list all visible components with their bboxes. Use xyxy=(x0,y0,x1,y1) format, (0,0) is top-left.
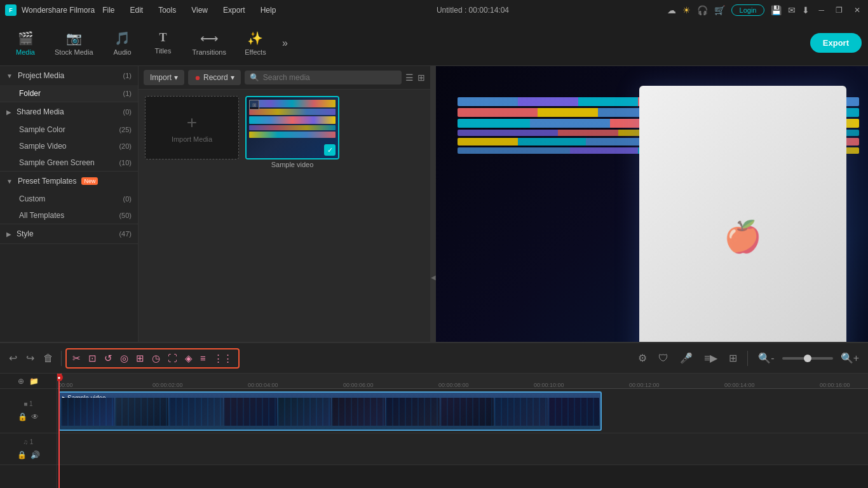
audio-track-header: ♫ 1 🔒 🔊 xyxy=(0,433,57,465)
download-icon[interactable]: ⬇ xyxy=(802,5,810,15)
toolbar-separator-2 xyxy=(747,351,748,366)
audio-track[interactable] xyxy=(57,433,868,465)
mail-icon[interactable]: ✉ xyxy=(788,5,796,15)
menu-help[interactable]: Help xyxy=(258,4,279,16)
section-header-style[interactable]: ▶ Style (47) xyxy=(0,224,138,243)
section-header-shared-media[interactable]: ▶ Shared Media (0) xyxy=(0,102,138,121)
export-button[interactable]: Export xyxy=(810,33,862,53)
menu-file[interactable]: File xyxy=(100,4,117,16)
sample-video-item[interactable]: Sample Video (20) xyxy=(0,138,138,154)
rotate-tool[interactable]: ↺ xyxy=(101,351,116,366)
fullscreen-tool[interactable]: ⛶ xyxy=(165,351,180,365)
main-toolbar: 🎬 Media 📷 Stock Media 🎵 Audio T Titles ⟷… xyxy=(0,20,868,66)
detach-icon[interactable]: ⊞ xyxy=(725,349,741,367)
sample-green-screen-item[interactable]: Sample Green Screen (10) xyxy=(0,154,138,171)
effects-label: Effects xyxy=(245,48,266,56)
all-templates-item[interactable]: All Templates (50) xyxy=(0,207,138,224)
all-templates-count: (50) xyxy=(119,212,132,219)
import-button[interactable]: Import ▾ xyxy=(144,70,184,85)
video-track[interactable]: ▶ Sample video xyxy=(57,389,868,433)
menu-view[interactable]: View xyxy=(189,4,210,16)
audio-lock-icon[interactable]: 🔒 xyxy=(17,451,27,459)
add-track-icon[interactable]: ⊕ xyxy=(18,377,24,386)
shared-media-count: (0) xyxy=(123,108,132,116)
headset-icon[interactable]: 🎧 xyxy=(697,5,708,15)
audio-eq-tool[interactable]: ⋮⋮ xyxy=(210,351,236,366)
effects-tool[interactable]: ◎ xyxy=(117,351,132,366)
title-bar: F Wondershare Filmora File Edit Tools Vi… xyxy=(0,0,868,20)
section-header-project-media[interactable]: ▼ Project Media (1) xyxy=(0,66,138,85)
toolbar-effects[interactable]: ✨ Effects xyxy=(236,27,275,60)
shield-icon[interactable]: 🛡 xyxy=(654,350,672,367)
settings-icon[interactable]: ⚙ xyxy=(634,349,651,367)
timer-tool[interactable]: ◷ xyxy=(149,351,163,366)
zoom-out-icon[interactable]: 🔍- xyxy=(754,349,778,367)
clip-frame-8 xyxy=(440,398,494,426)
redo-button[interactable]: ↪ xyxy=(22,349,38,367)
color-tool[interactable]: ≡ xyxy=(197,351,209,365)
login-button[interactable]: Login xyxy=(731,4,765,16)
ruler-tick-6: 00:00:12:00 xyxy=(629,382,660,388)
audio-mute-icon[interactable]: 🔊 xyxy=(31,451,40,459)
toolbar-more[interactable]: » xyxy=(277,37,293,49)
lock-icon[interactable]: 🔒 xyxy=(18,412,27,421)
ruler-tick-4: 00:00:08:00 xyxy=(438,382,469,388)
stock-media-icon: 📷 xyxy=(66,30,82,46)
sample-green-screen-label: Sample Green Screen xyxy=(19,158,95,167)
record-button[interactable]: ⏺ Record ▾ xyxy=(188,70,241,85)
menu-export[interactable]: Export xyxy=(220,4,248,16)
shared-media-children: Sample Color (25) Sample Video (20) Samp… xyxy=(0,121,138,171)
sun-icon[interactable]: ☀ xyxy=(682,5,691,15)
mic-icon[interactable]: 🎤 xyxy=(676,349,696,367)
audio-track-number: ♫ 1 xyxy=(24,438,34,445)
titles-label: Titles xyxy=(155,47,172,55)
menu-tools[interactable]: Tools xyxy=(156,4,179,16)
timeline-ruler[interactable]: 00:00 00:00:02:00 00:00:04:00 00:00:06:0… xyxy=(57,374,868,389)
save-icon[interactable]: 💾 xyxy=(771,5,782,15)
grid-icon[interactable]: ⊞ xyxy=(417,72,425,83)
mosaic-tool[interactable]: ⊞ xyxy=(133,351,147,366)
cart-icon[interactable]: 🛒 xyxy=(714,5,725,15)
cloud-icon[interactable]: ☁ xyxy=(667,5,676,15)
toolbar-media[interactable]: 🎬 Media xyxy=(6,27,44,60)
search-input[interactable] xyxy=(263,73,397,82)
eye-icon[interactable]: 👁 xyxy=(31,412,39,421)
toolbar-stock-media[interactable]: 📷 Stock Media xyxy=(47,27,101,60)
effects-icon: ✨ xyxy=(247,30,263,46)
close-button[interactable]: ✕ xyxy=(851,6,863,15)
scissors-tool[interactable]: ✂ xyxy=(69,351,84,366)
delete-button[interactable]: 🗑 xyxy=(39,350,57,367)
chevron-right-icon: ▶ xyxy=(6,109,11,116)
record-label: Record xyxy=(203,73,228,82)
toolbar-audio[interactable]: 🎵 Audio xyxy=(104,27,142,60)
toolbar-transitions[interactable]: ⟷ Transitions xyxy=(185,27,234,60)
sample-color-item[interactable]: Sample Color (25) xyxy=(0,121,138,138)
custom-count: (0) xyxy=(123,195,132,203)
ruler-tick-1: 00:00:02:00 xyxy=(153,382,183,388)
transform-tool[interactable]: ◈ xyxy=(182,351,196,366)
search-box[interactable]: 🔍 xyxy=(245,71,402,85)
toolbar-separator-1 xyxy=(61,351,62,366)
toolbar-titles[interactable]: T Titles xyxy=(144,27,182,58)
zoom-in-icon[interactable]: 🔍+ xyxy=(837,349,863,367)
maximize-button[interactable]: ❐ xyxy=(833,6,845,15)
folder-item[interactable]: Folder (1) xyxy=(0,85,138,102)
section-header-preset-templates[interactable]: ▼ Preset Templates New xyxy=(0,172,138,191)
folder-track-icon[interactable]: 📁 xyxy=(29,377,39,386)
zoom-slider[interactable] xyxy=(782,357,833,360)
menu-edit[interactable]: Edit xyxy=(128,4,146,16)
import-media-item[interactable]: + Import Media xyxy=(145,96,239,159)
sample-video-label: Sample Video xyxy=(19,142,67,151)
folder-label: Folder xyxy=(19,89,41,98)
video-clip[interactable]: ▶ Sample video xyxy=(58,391,602,431)
crop-tool[interactable]: ⊡ xyxy=(85,351,100,366)
custom-label: Custom xyxy=(19,194,45,203)
custom-item[interactable]: Custom (0) xyxy=(0,191,138,207)
timeline-section: ↩ ↪ 🗑 ✂ ⊡ ↺ ◎ ⊞ ◷ ⛶ ◈ ≡ ⋮⋮ ⚙ 🛡 🎤 ≡▶ ⊞ 🔍- xyxy=(0,342,868,488)
minimize-button[interactable]: ─ xyxy=(816,6,827,15)
clip-frame-7 xyxy=(386,398,439,426)
filter-icon[interactable]: ☰ xyxy=(405,72,414,83)
undo-button[interactable]: ↩ xyxy=(5,349,21,367)
sample-video-item[interactable]: ✓ ⊞ xyxy=(245,96,339,159)
track-settings-icon[interactable]: ≡▶ xyxy=(700,349,721,367)
